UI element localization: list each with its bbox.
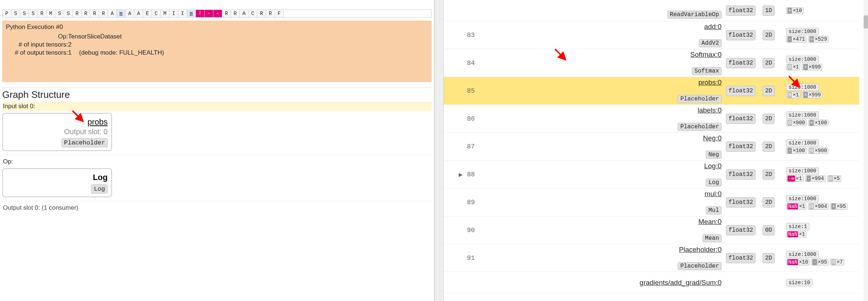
- tensor-row[interactable]: ▶88Log:0Logfloat322Dsize:1000-∞×1-×9940×…: [444, 161, 860, 188]
- panel-gutter[interactable]: [434, 0, 444, 301]
- op-column: Mean:0Mean: [491, 218, 723, 242]
- timeline-cell[interactable]: R: [90, 10, 99, 17]
- timeline-cell[interactable]: E: [143, 10, 152, 17]
- health-summary: size:1000-∞×1-×9940×5: [786, 167, 859, 182]
- tensor-name[interactable]: Placeholder:0: [491, 246, 722, 254]
- tensor-name[interactable]: add:0: [491, 23, 722, 31]
- health-tag: +: [803, 92, 808, 98]
- row-index: 88: [467, 171, 488, 178]
- rank-chip: 2D: [763, 197, 775, 208]
- timeline-cell[interactable]: A: [126, 10, 134, 17]
- timeline-cell[interactable]: R: [257, 10, 266, 17]
- tensor-name[interactable]: mul:0: [491, 190, 722, 198]
- tensor-name[interactable]: Log:0: [491, 162, 722, 170]
- timeline-cell[interactable]: S: [20, 10, 29, 17]
- timeline-cell[interactable]: S: [55, 10, 64, 17]
- timeline-cell[interactable]: R: [99, 10, 108, 17]
- size-chip: size:1000: [786, 139, 819, 147]
- health-parts: NaN×10×904+×95: [786, 203, 859, 210]
- timeline-cell[interactable]: C: [249, 10, 257, 17]
- timeline-cell[interactable]: P: [3, 10, 11, 17]
- tensor-name[interactable]: labels:0: [491, 106, 722, 114]
- timeline-cell[interactable]: R: [38, 10, 46, 17]
- tensor-row[interactable]: gradients/add_grad/Sum:0size:10: [444, 272, 860, 293]
- timeline-cell[interactable]: A: [134, 10, 143, 17]
- timeline-cell[interactable]: -: [205, 10, 213, 17]
- size-chip: size:1000: [786, 167, 819, 175]
- op-column: ReadVariableOp: [491, 2, 723, 19]
- row-index: 89: [467, 199, 488, 206]
- health-summary: size:1000-×471+×529: [786, 28, 859, 43]
- timeline-cell[interactable]: C: [152, 10, 161, 17]
- health-tag: -: [806, 176, 811, 181]
- execution-timeline[interactable]: PSSSRMSSRRRRAmAAECMIIm!--RRACRRF: [2, 10, 432, 18]
- timeline-cell[interactable]: S: [64, 10, 73, 17]
- health-tag: +: [809, 36, 814, 42]
- timeline-cell[interactable]: A: [240, 10, 249, 17]
- tensor-name[interactable]: Neg:0: [491, 134, 722, 142]
- health-part: 0×900: [786, 120, 806, 126]
- timeline-cell[interactable]: m: [187, 10, 196, 17]
- scrollbar-track[interactable]: [864, 0, 868, 301]
- tensor-row[interactable]: 91Placeholder:0Placeholderfloat322Dsize:…: [444, 244, 860, 272]
- op-column: gradients/add_grad/Sum:0: [491, 279, 723, 287]
- graph-structure-heading: Graph Structure: [2, 87, 432, 100]
- detail-row-value: 2: [68, 41, 79, 48]
- row-index: 85: [467, 87, 488, 95]
- health-parts: 0×1+×999: [786, 64, 859, 70]
- health-part: 0×900: [808, 147, 828, 154]
- app-root: PSSSRMSSRRRRAmAAECMIIm!--RRACRRF Python …: [0, 0, 868, 301]
- timeline-cell[interactable]: R: [73, 10, 82, 17]
- timeline-cell[interactable]: M: [161, 10, 169, 17]
- tensor-name[interactable]: gradients/add_grad/Sum:0: [491, 279, 722, 287]
- detail-row-label: # of output tensors:: [6, 49, 68, 56]
- detail-row-extra: (debug mode: FULL_HEALTH): [79, 49, 428, 56]
- timeline-cell[interactable]: S: [29, 10, 38, 17]
- tensor-row[interactable]: ReadVariableOpfloat321D+×10: [444, 0, 860, 21]
- timeline-cell[interactable]: R: [231, 10, 240, 17]
- tensor-row[interactable]: 87Neg:0Negfloat322Dsize:1000-×1000×900: [444, 133, 860, 161]
- timeline-cell[interactable]: I: [178, 10, 187, 17]
- expand-toggle-icon[interactable]: ▶: [447, 172, 464, 177]
- timeline-cell[interactable]: M: [46, 10, 55, 17]
- scrollbar-thumb[interactable]: [864, 15, 868, 29]
- timeline-cell[interactable]: A: [108, 10, 117, 17]
- size-chip: size:1000: [786, 251, 819, 258]
- size-chip: size:1000: [786, 28, 819, 35]
- health-part: +×999: [802, 92, 822, 98]
- detail-row-label: # of input tensors:: [6, 41, 68, 48]
- health-part: +×999: [802, 64, 822, 70]
- tensor-row[interactable]: 83add:0AddV2float322Dsize:1000-×471+×529: [444, 21, 860, 49]
- timeline-cell[interactable]: F: [275, 10, 284, 17]
- timeline-cell[interactable]: R: [82, 10, 90, 17]
- tensor-row[interactable]: 89mul:0Mulfloat322Dsize:1000NaN×10×904+×…: [444, 188, 860, 216]
- health-summary: size:1000NaN×10×904+×95: [786, 195, 859, 210]
- health-part: -∞×1: [786, 175, 804, 182]
- timeline-cell[interactable]: m: [117, 10, 126, 17]
- detail-row-value: TensorSliceDataset: [68, 33, 79, 40]
- tensor-row[interactable]: 85probs:0Placeholderfloat322Dsize:10000×…: [444, 77, 860, 105]
- timeline-cell[interactable]: R: [222, 10, 231, 17]
- timeline-cell[interactable]: S: [11, 10, 20, 17]
- row-index: 84: [467, 59, 488, 67]
- tensor-row[interactable]: 86labels:0Placeholderfloat322Dsize:10000…: [444, 105, 860, 133]
- timeline-cell[interactable]: !: [196, 10, 205, 17]
- input-node-name[interactable]: probs: [7, 117, 108, 127]
- op-column: Neg:0Neg: [491, 134, 723, 159]
- rank-chip: 2D: [763, 114, 775, 124]
- tensor-row[interactable]: 84Softmax:0Softmaxfloat322Dsize:10000×1+…: [444, 49, 860, 77]
- health-part: NaN×1: [786, 203, 806, 210]
- tensor-row[interactable]: 90Mean:0Meanfloat320Dsize:1NaN×1: [444, 216, 860, 244]
- timeline-cell[interactable]: -: [213, 10, 222, 17]
- dtype-chip: float32: [726, 30, 756, 40]
- row-index: 87: [467, 143, 488, 150]
- tensor-name[interactable]: Softmax:0: [491, 51, 722, 59]
- tensor-name[interactable]: probs:0: [491, 78, 722, 87]
- tensor-name[interactable]: Mean:0: [491, 218, 722, 226]
- tensor-list-panel[interactable]: ReadVariableOpfloat321D+×1083add:0AddV2f…: [444, 0, 868, 301]
- timeline-cell[interactable]: R: [266, 10, 275, 17]
- dtype-chip: float32: [726, 169, 756, 180]
- op-node-card[interactable]: Log Log: [2, 168, 112, 197]
- timeline-cell[interactable]: I: [169, 10, 178, 17]
- input-node-card[interactable]: probs Output slot: 0 Placeholder: [2, 113, 112, 151]
